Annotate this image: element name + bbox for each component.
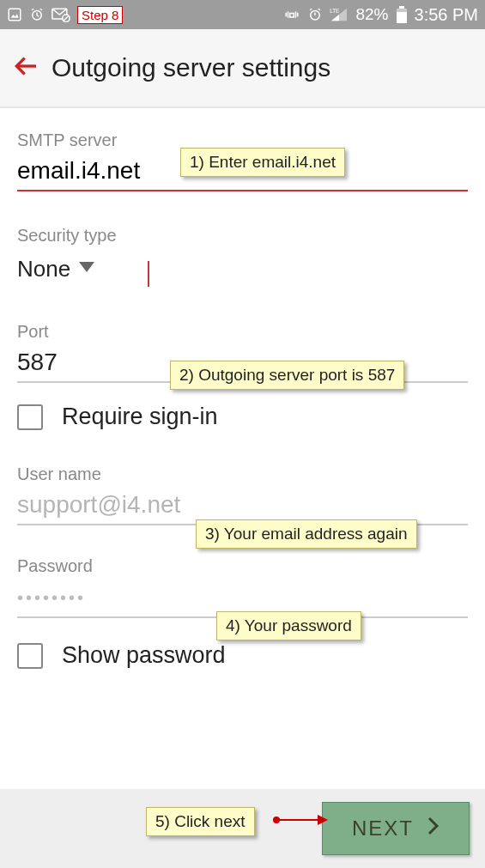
battery-percent: 82%	[355, 5, 388, 24]
text-caret	[148, 261, 149, 287]
chevron-right-icon	[427, 816, 440, 841]
status-bar: Step 8 LTE 82% 3:56 PM	[0, 0, 485, 29]
require-signin-checkbox[interactable]	[17, 404, 43, 430]
svg-rect-17	[399, 6, 404, 9]
chevron-down-icon	[79, 262, 94, 277]
svg-rect-19	[397, 9, 407, 12]
arrow-line	[276, 819, 319, 821]
svg-line-13	[318, 9, 320, 10]
step-badge: Step 8	[77, 6, 123, 24]
image-icon	[7, 7, 22, 22]
vibrate-icon	[283, 7, 300, 22]
screen: Step 8 LTE 82% 3:56 PM Outgoing server s…	[0, 0, 485, 868]
svg-rect-0	[9, 9, 21, 21]
callout-2: 2) Outgoing server port is 587	[170, 361, 404, 390]
security-dropdown[interactable]: None	[17, 246, 468, 288]
next-button[interactable]: NEXT	[322, 802, 470, 855]
username-label: User name	[17, 464, 468, 484]
back-arrow-icon[interactable]	[12, 52, 39, 83]
svg-line-5	[32, 9, 33, 10]
security-label: Security type	[17, 226, 468, 246]
arrow-head-icon	[318, 815, 328, 825]
email-blocked-icon	[52, 7, 70, 22]
show-password-label: Show password	[62, 642, 226, 669]
signal-icon: LTE	[330, 7, 349, 22]
callout-3: 3) Your email address again	[196, 519, 417, 549]
alarm-icon	[29, 7, 45, 22]
svg-marker-16	[331, 15, 339, 21]
svg-line-12	[310, 9, 312, 10]
callout-4: 4) Your password	[216, 611, 361, 640]
svg-marker-21	[79, 262, 94, 272]
svg-line-4	[37, 15, 39, 17]
require-signin-label: Require sign-in	[62, 404, 218, 430]
svg-line-6	[40, 9, 42, 10]
show-password-row[interactable]: Show password	[17, 642, 468, 669]
svg-marker-1	[11, 14, 19, 18]
title-bar: Outgoing server settings	[0, 29, 485, 108]
svg-text:LTE: LTE	[330, 8, 340, 14]
clock: 3:56 PM	[415, 5, 478, 25]
require-signin-row[interactable]: Require sign-in	[17, 404, 468, 430]
battery-icon	[396, 6, 408, 23]
show-password-checkbox[interactable]	[17, 643, 43, 669]
security-value: None	[17, 256, 70, 282]
password-label: Password	[17, 556, 468, 576]
password-input[interactable]: ••••••••	[17, 588, 86, 607]
callout-1: 1) Enter email.i4.net	[180, 148, 345, 177]
alarm-icon-2	[307, 7, 323, 22]
next-button-label: NEXT	[352, 816, 414, 841]
page-title: Outgoing server settings	[52, 53, 330, 82]
callout-5: 5) Click next	[146, 807, 255, 836]
port-label: Port	[17, 322, 468, 342]
